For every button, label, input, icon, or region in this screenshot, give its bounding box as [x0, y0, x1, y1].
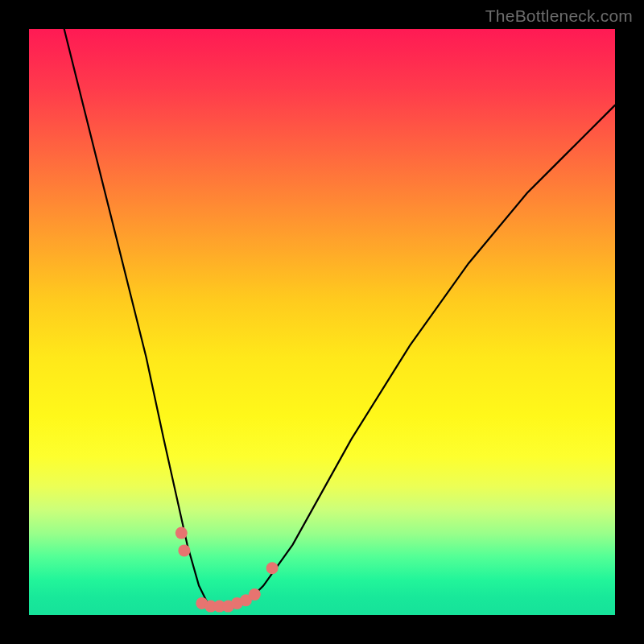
- chart-frame: TheBottleneck.com: [0, 0, 644, 644]
- plot-area: [29, 29, 615, 615]
- bottleneck-curve: [29, 29, 615, 615]
- marker-dot: [175, 527, 188, 539]
- markers-group: [175, 527, 279, 613]
- marker-dot: [249, 588, 261, 601]
- watermark-text: TheBottleneck.com: [485, 6, 633, 26]
- curve-line: [64, 29, 615, 609]
- marker-dot: [178, 544, 190, 556]
- marker-dot: [266, 562, 279, 574]
